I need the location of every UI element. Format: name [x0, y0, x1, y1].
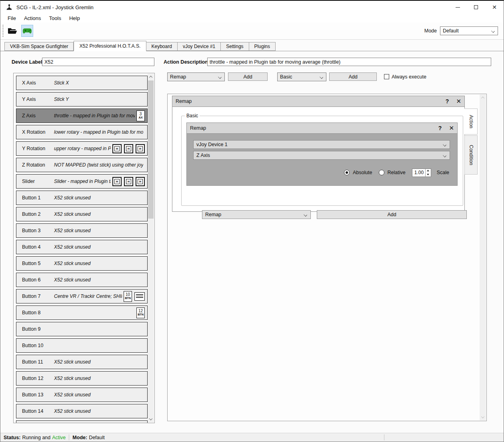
input-row-label: Button 1	[22, 195, 48, 201]
action-description-input[interactable]: throttle - mapped in Plugin tab for movi…	[207, 58, 491, 66]
vjoy-axis-dropdown[interactable]: Z Axis	[193, 151, 450, 160]
input-row-description: Centre VR / Trackir Centre; SHIFTED =	[54, 293, 122, 299]
device-tab-bar: VKB-Sim Space GunfighterX52 Professional…	[0, 40, 504, 51]
input-row-label: Button 8	[22, 310, 48, 315]
input-row-button-14[interactable]: Button 14X52 stick unused	[16, 404, 148, 418]
mode-dropdown[interactable]: Default	[440, 26, 498, 35]
add-action-button[interactable]: Add	[228, 72, 268, 81]
scroll-down-icon[interactable]	[480, 414, 486, 420]
input-row-description: X52 stick unused	[54, 261, 143, 266]
menu-item-file[interactable]: File	[4, 14, 20, 22]
help-icon[interactable]: ?	[446, 98, 449, 104]
tab-plugins[interactable]: Plugins	[249, 42, 276, 51]
window-title: SCG - IL-2.xml - Joystick Gremlin	[16, 4, 94, 10]
input-row-button-10[interactable]: Button 10	[16, 338, 148, 353]
tab-condition[interactable]: Condition	[464, 135, 478, 175]
input-row-description: X52 stick unused	[54, 408, 143, 414]
input-row-button-5[interactable]: Button 5X52 stick unused	[16, 256, 148, 271]
maximize-button[interactable]	[467, 1, 485, 14]
input-row-button-6[interactable]: Button 6X52 stick unused	[16, 273, 148, 287]
input-row-z-axis[interactable]: Z Axisthrottle - mapped in Plugin tab fo…	[16, 108, 148, 123]
input-row-button-4[interactable]: Button 4X52 stick unused	[16, 240, 148, 254]
spinner-buttons[interactable]	[425, 169, 431, 177]
input-row-description: X52 stick unused	[54, 359, 143, 365]
minimize-button[interactable]	[448, 1, 467, 14]
action-type-dropdown[interactable]: Remap	[167, 72, 225, 81]
sub-action-add-button[interactable]: Add	[317, 210, 467, 219]
input-row-y-rotation[interactable]: Y Rotationupper rotary - mapped in Plugi…	[16, 141, 148, 156]
spin-down-icon[interactable]	[426, 173, 431, 177]
tab-x52-professional-h-o-t-a-s-[interactable]: X52 Professional H.O.T.A.S.	[74, 41, 146, 51]
remap-action-body: vJoy Device 1 Z Axis Absolute	[186, 134, 458, 186]
remap-action-title: Remap	[190, 125, 206, 131]
scale-spinbox[interactable]: 1.00	[412, 169, 431, 177]
remap-action-header[interactable]: Remap ? ✕	[186, 123, 458, 134]
input-row-description: X52 stick unused	[54, 211, 143, 217]
spin-up-icon[interactable]	[426, 169, 431, 173]
input-row-label: Button 5	[22, 261, 48, 266]
input-row-icons: HHH	[112, 177, 145, 186]
input-row-x-axis[interactable]: X AxisStick X	[16, 76, 148, 90]
input-row-button-11[interactable]: Button 11X52 stick unused	[16, 355, 148, 369]
input-row-button-8[interactable]: Button 812BTN	[16, 305, 148, 320]
vjoy-axis-value: Z Axis	[196, 153, 210, 158]
input-row-button-12[interactable]: Button 12X52 stick unused	[16, 371, 148, 386]
input-row-partial[interactable]	[16, 420, 148, 423]
input-row-button-13[interactable]: Button 13X52 stick unused	[16, 388, 148, 402]
close-widget-icon[interactable]: ✕	[456, 98, 461, 105]
menu-item-tools[interactable]: Tools	[45, 14, 65, 22]
input-row-y-axis[interactable]: Y AxisStick Y	[16, 92, 148, 106]
tab-vkb-sim-space-gunfighter[interactable]: VKB-Sim Space Gunfighter	[4, 42, 74, 51]
vjoy-device-dropdown[interactable]: vJoy Device 1	[193, 140, 450, 149]
close-button[interactable]: ✕	[485, 1, 504, 14]
input-row-button-9[interactable]: Button 9	[16, 322, 148, 336]
vjoy-device-value: vJoy Device 1	[196, 142, 228, 147]
input-row-button-3[interactable]: Button 3X52 stick unused	[16, 223, 148, 238]
input-row-button-2[interactable]: Button 2X52 stick unused	[16, 207, 148, 221]
hat-action-icon: H	[136, 144, 145, 153]
menu-item-actions[interactable]: Actions	[20, 14, 45, 22]
scroll-down-icon[interactable]	[148, 416, 154, 422]
open-profile-button[interactable]	[6, 25, 18, 37]
input-row-x-rotation[interactable]: X Rotationlower rotary - mapped in Plugi…	[16, 125, 148, 139]
menu-item-help[interactable]: Help	[65, 14, 84, 22]
input-row-description: NOT MAPPED (twist stick) using other joy…	[54, 162, 143, 168]
input-row-label: Button 9	[22, 326, 48, 332]
action-count-badge: 3AX	[136, 110, 145, 121]
status-caption: Status:	[4, 435, 20, 440]
container-type-dropdown[interactable]: Basic	[277, 72, 326, 81]
hat-action-icon: H	[112, 177, 122, 186]
absolute-radio[interactable]	[344, 170, 350, 175]
scroll-up-icon[interactable]	[480, 94, 486, 101]
basic-groupbox-legend: Basic	[185, 113, 200, 119]
close-widget-icon[interactable]: ✕	[449, 125, 454, 132]
activate-gremlin-button[interactable]	[21, 25, 33, 37]
sub-action-dropdown[interactable]: Remap	[202, 210, 311, 219]
action-area-scrollbar[interactable]	[480, 94, 486, 420]
remap-container-header[interactable]: Remap ? ✕	[172, 96, 465, 107]
input-row-label: Button 10	[22, 343, 48, 348]
input-row-description: Slider - mapped in Plugin tab for m	[54, 179, 111, 184]
help-icon[interactable]: ?	[438, 125, 442, 131]
always-execute-checkbox[interactable]	[384, 74, 389, 79]
tab-vjoy-device-1[interactable]: vJoy Device #1	[178, 42, 221, 51]
tab-keyboard[interactable]: Keyboard	[146, 42, 178, 51]
scroll-up-icon[interactable]	[148, 74, 154, 80]
relative-radio[interactable]	[379, 170, 384, 175]
input-row-button-1[interactable]: Button 1X52 stick unused	[16, 191, 148, 205]
input-list: X AxisStick XY AxisStick YZ Axisthrottle…	[14, 73, 148, 423]
toolbar-grip[interactable]	[2, 25, 4, 37]
input-row-label: Button 11	[22, 359, 48, 365]
tab-settings[interactable]: Settings	[221, 42, 249, 51]
input-row-z-rotation[interactable]: Z RotationNOT MAPPED (twist stick) using…	[16, 158, 148, 172]
scrollbar-thumb[interactable]	[148, 80, 154, 219]
input-row-button-7[interactable]: Button 7Centre VR / Trackir Centre; SHIF…	[16, 289, 148, 303]
add-container-button[interactable]: Add	[329, 72, 377, 81]
input-row-label: Y Rotation	[22, 146, 48, 151]
input-row-slider[interactable]: SliderSlider - mapped in Plugin tab for …	[16, 174, 148, 189]
remap-action-widget: Remap ? ✕ vJoy Device 1	[186, 123, 458, 186]
tab-action[interactable]: Action	[464, 108, 478, 135]
basic-groupbox: Basic Remap ? ✕ vJoy Device 1	[181, 116, 463, 206]
device-label-input[interactable]: X52	[42, 58, 154, 66]
input-list-scrollbar[interactable]	[148, 74, 154, 422]
